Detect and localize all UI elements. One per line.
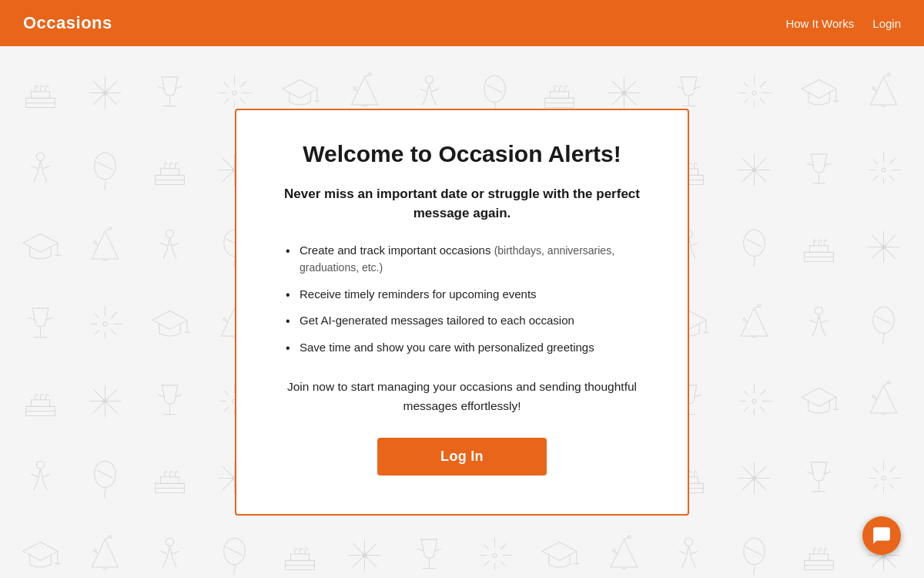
list-item: Get AI-generated messages tailored to ea… (283, 312, 649, 330)
list-item: Save time and show you care with persona… (283, 339, 649, 357)
card-subtitle: Never miss an important date or struggle… (275, 184, 649, 223)
chat-icon (872, 526, 892, 546)
list-item-text: Create and track important occasions (300, 244, 494, 257)
list-item: Create and track important occasions (bi… (283, 242, 649, 277)
welcome-card: Welcome to Occasion Alerts! Never miss a… (235, 109, 689, 516)
main-content: Welcome to Occasion Alerts! Never miss a… (0, 46, 924, 578)
list-item-text: Save time and show you care with persona… (300, 341, 594, 354)
navbar: Occasions How It Works Login (0, 0, 924, 46)
brand-logo[interactable]: Occasions (23, 13, 112, 33)
chat-bubble-button[interactable] (862, 516, 901, 555)
login-link[interactable]: Login (872, 17, 901, 30)
how-it-works-link[interactable]: How It Works (785, 17, 854, 30)
nav-links: How It Works Login (785, 17, 901, 30)
login-button[interactable]: Log In (377, 438, 547, 476)
feature-list: Create and track important occasions (bi… (283, 242, 649, 357)
list-item-text: Get AI-generated messages tailored to ea… (300, 314, 574, 327)
card-title: Welcome to Occasion Alerts! (275, 141, 649, 167)
cta-text: Join now to start managing your occasion… (275, 378, 649, 416)
list-item: Receive timely reminders for upcoming ev… (283, 286, 649, 304)
list-item-text: Receive timely reminders for upcoming ev… (300, 287, 537, 301)
